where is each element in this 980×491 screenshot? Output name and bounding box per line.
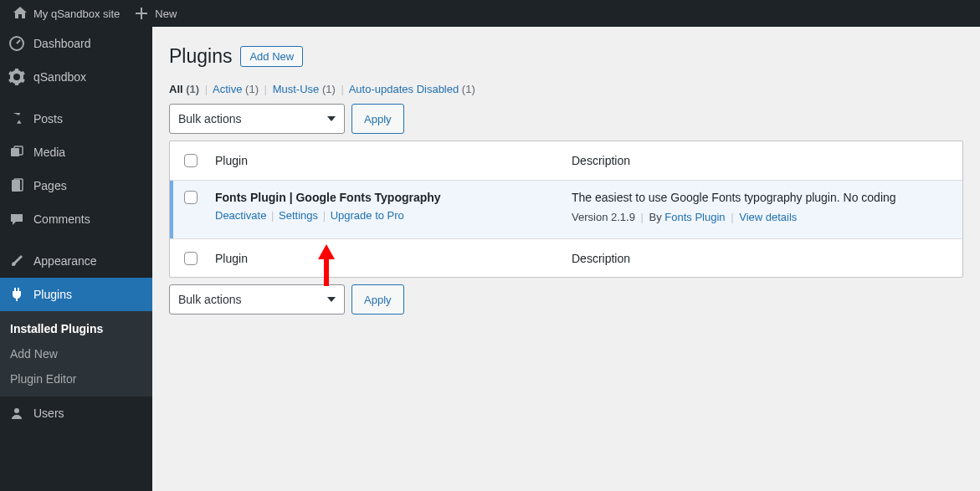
plugin-version: Version 2.1.9 xyxy=(572,211,635,223)
table-header: Plugin Description xyxy=(170,141,962,180)
adminbar-new-link[interactable]: New xyxy=(126,0,183,27)
tablenav-bottom: Bulk actions Apply xyxy=(169,284,963,315)
plugin-description: The easiest to use Google Fonts typograp… xyxy=(572,191,957,204)
table-footer: Plugin Description xyxy=(170,238,962,277)
deactivate-link[interactable]: Deactivate xyxy=(215,209,266,222)
users-icon xyxy=(8,405,25,422)
row-actions: Deactivate | Settings | Upgrade to Pro xyxy=(215,209,567,222)
upgrade-link[interactable]: Upgrade to Pro xyxy=(331,209,404,222)
page-heading: Plugins Add New xyxy=(169,27,963,68)
brush-icon xyxy=(8,253,25,269)
sidebar-item-label: Pages xyxy=(33,179,67,192)
sidebar-item-label: Comments xyxy=(33,212,90,226)
add-new-plugin-button[interactable]: Add New xyxy=(240,46,303,67)
plugins-table: Plugin Description Fonts Plugin | Google… xyxy=(169,141,963,278)
gear-icon xyxy=(8,69,25,85)
sidebar-item-plugins[interactable]: Plugins xyxy=(0,278,152,311)
apply-button-bottom[interactable]: Apply xyxy=(351,284,404,315)
main-content: Plugins Add New All (1) | Active (1) | M… xyxy=(152,27,980,491)
sidebar-item-label: Posts xyxy=(33,112,63,125)
home-icon xyxy=(12,5,28,22)
plugin-icon xyxy=(8,286,25,303)
plus-icon xyxy=(133,5,150,22)
col-plugin-header: Plugin xyxy=(212,154,572,167)
sidebar-item-label: qSandbox xyxy=(33,70,86,84)
apply-button[interactable]: Apply xyxy=(351,104,404,134)
bulk-actions-label: Bulk actions xyxy=(178,293,241,306)
settings-link[interactable]: Settings xyxy=(279,209,318,222)
sidebar-item-label: Appearance xyxy=(33,254,97,268)
sidebar-item-label: Users xyxy=(33,407,64,420)
sidebar-item-pages[interactable]: Pages xyxy=(0,169,152,202)
pin-icon xyxy=(8,110,25,127)
sidebar-item-label: Media xyxy=(33,146,65,159)
media-icon xyxy=(8,144,25,161)
select-all-checkbox-bottom[interactable] xyxy=(184,252,198,265)
row-checkbox[interactable] xyxy=(184,191,198,204)
sidebar-item-label: Plugins xyxy=(33,288,72,301)
admin-sidebar: Dashboard qSandbox Posts Media Pages Com… xyxy=(0,27,152,491)
filter-must-use[interactable]: Must-Use (1) xyxy=(273,83,336,95)
bulk-actions-label: Bulk actions xyxy=(178,112,241,125)
filter-active[interactable]: Active (1) xyxy=(213,83,259,95)
adminbar-site-link[interactable]: My qSandbox site xyxy=(5,0,126,27)
tablenav-top: Bulk actions Apply xyxy=(169,104,963,134)
sidebar-item-media[interactable]: Media xyxy=(0,136,152,169)
sidebar-item-label: Dashboard xyxy=(33,37,91,50)
comments-icon xyxy=(8,211,25,228)
plugin-author-link[interactable]: Fonts Plugin xyxy=(664,211,725,223)
submenu-installed-plugins[interactable]: Installed Plugins xyxy=(0,316,152,341)
view-details-link[interactable]: View details xyxy=(739,211,797,223)
plugin-filters: All (1) | Active (1) | Must-Use (1) | Au… xyxy=(169,83,963,95)
svg-rect-3 xyxy=(12,180,20,192)
plugin-meta: Version 2.1.9 | By Fonts Plugin | View d… xyxy=(572,211,957,223)
admin-bar: My qSandbox site New xyxy=(0,0,980,27)
sidebar-item-posts[interactable]: Posts xyxy=(0,102,152,136)
col-description-footer: Description xyxy=(572,252,962,265)
select-all-checkbox-top[interactable] xyxy=(184,154,198,167)
bulk-actions-select-bottom[interactable]: Bulk actions xyxy=(169,284,345,315)
adminbar-site-name: My qSandbox site xyxy=(33,8,120,20)
page-title: Plugins xyxy=(169,45,232,68)
submenu-add-new[interactable]: Add New xyxy=(0,341,152,366)
sidebar-item-qsandbox[interactable]: qSandbox xyxy=(0,60,152,94)
table-row: Fonts Plugin | Google Fonts Typography D… xyxy=(170,180,962,238)
sidebar-item-users[interactable]: Users xyxy=(0,396,152,430)
sidebar-item-comments[interactable]: Comments xyxy=(0,202,152,236)
svg-point-5 xyxy=(14,408,19,413)
submenu-plugin-editor[interactable]: Plugin Editor xyxy=(0,366,152,391)
sidebar-item-dashboard[interactable]: Dashboard xyxy=(0,27,152,60)
pages-icon xyxy=(8,177,25,194)
col-description-header: Description xyxy=(572,154,962,167)
adminbar-new-label: New xyxy=(155,8,177,20)
plugin-name: Fonts Plugin | Google Fonts Typography xyxy=(215,191,567,204)
sidebar-item-appearance[interactable]: Appearance xyxy=(0,244,152,278)
dashboard-icon xyxy=(8,35,25,52)
col-plugin-footer: Plugin xyxy=(212,252,572,265)
bulk-actions-select[interactable]: Bulk actions xyxy=(169,104,345,134)
plugins-submenu: Installed Plugins Add New Plugin Editor xyxy=(0,311,152,396)
filter-auto-updates-disabled[interactable]: Auto-updates Disabled (1) xyxy=(349,83,475,95)
filter-all[interactable]: All (1) xyxy=(169,83,199,95)
